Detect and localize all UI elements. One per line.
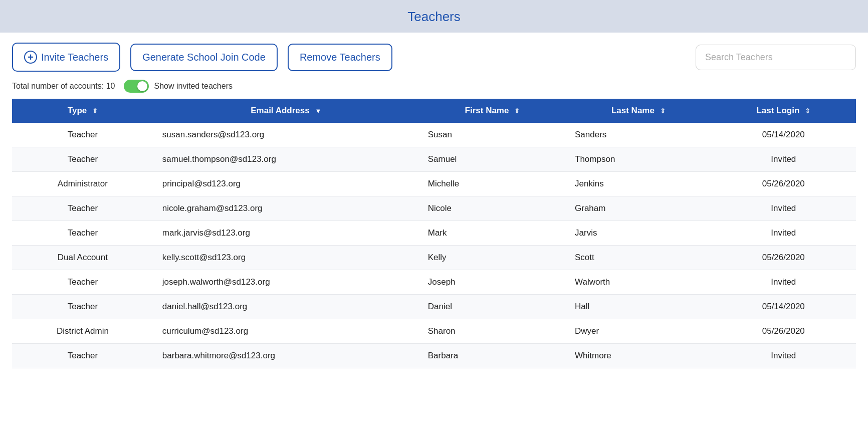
cell-type: Administrator (12, 172, 153, 196)
cell-last_login: 05/14/2020 (711, 123, 856, 147)
cell-last_login: Invited (711, 270, 856, 295)
invite-teachers-button[interactable]: + Invite Teachers (12, 43, 120, 72)
table-row: Teacherjoseph.walworth@sd123.orgJosephWa… (12, 270, 856, 295)
show-invited-toggle[interactable] (124, 80, 149, 93)
cell-type: Teacher (12, 344, 153, 368)
cell-first_name: Michelle (419, 172, 566, 196)
table-row: Teachermark.jarvis@sd123.orgMarkJarvisIn… (12, 221, 856, 246)
cell-email: barbara.whitmore@sd123.org (153, 344, 419, 368)
table-row: District Admincurriculum@sd123.orgSharon… (12, 319, 856, 344)
cell-last_login: Invited (711, 344, 856, 368)
table-row: Teacherdaniel.hall@sd123.orgDanielHall05… (12, 295, 856, 319)
accounts-count: Total number of accounts: 10 (12, 82, 115, 91)
table-container: Type ⇕ Email Address ▼ First Name ⇕ Last… (0, 99, 868, 380)
teachers-table: Type ⇕ Email Address ▼ First Name ⇕ Last… (12, 99, 856, 368)
plus-circle-icon: + (24, 51, 37, 64)
col-type[interactable]: Type ⇕ (12, 99, 153, 123)
col-email-label: Email Address (251, 106, 309, 115)
cell-last_name: Jenkins (566, 172, 711, 196)
sort-icon-last-login: ⇕ (805, 107, 810, 115)
col-last-name-label: Last Name (611, 106, 655, 115)
table-row: Dual Accountkelly.scott@sd123.orgKellySc… (12, 246, 856, 270)
cell-email: curriculum@sd123.org (153, 319, 419, 344)
toggle-track (124, 80, 149, 93)
toolbar: + Invite Teachers Generate School Join C… (0, 33, 868, 78)
cell-email: daniel.hall@sd123.org (153, 295, 419, 319)
cell-last_name: Thompson (566, 147, 711, 172)
cell-first_name: Joseph (419, 270, 566, 295)
page-title: Teachers (407, 9, 461, 24)
table-body: Teachersusan.sanders@sd123.orgSusanSande… (12, 123, 856, 368)
cell-type: District Admin (12, 319, 153, 344)
cell-last_name: Graham (566, 196, 711, 221)
cell-email: susan.sanders@sd123.org (153, 123, 419, 147)
cell-last_name: Jarvis (566, 221, 711, 246)
table-row: Teacherbarbara.whitmore@sd123.orgBarbara… (12, 344, 856, 368)
cell-type: Teacher (12, 295, 153, 319)
sort-icon-last-name: ⇕ (660, 107, 666, 115)
cell-last_login: Invited (711, 221, 856, 246)
cell-first_name: Samuel (419, 147, 566, 172)
cell-type: Teacher (12, 221, 153, 246)
cell-first_name: Barbara (419, 344, 566, 368)
cell-email: joseph.walworth@sd123.org (153, 270, 419, 295)
table-row: Teachersusan.sanders@sd123.orgSusanSande… (12, 123, 856, 147)
toggle-label: Show invited teachers (154, 82, 233, 91)
search-input[interactable] (696, 45, 856, 70)
generate-join-code-button[interactable]: Generate School Join Code (130, 44, 278, 71)
col-last-name[interactable]: Last Name ⇕ (566, 99, 711, 123)
cell-first_name: Susan (419, 123, 566, 147)
cell-email: nicole.graham@sd123.org (153, 196, 419, 221)
col-last-login[interactable]: Last Login ⇕ (711, 99, 856, 123)
cell-first_name: Nicole (419, 196, 566, 221)
col-first-name[interactable]: First Name ⇕ (419, 99, 566, 123)
invite-teachers-label: Invite Teachers (41, 52, 108, 63)
cell-last_login: Invited (711, 147, 856, 172)
col-email[interactable]: Email Address ▼ (153, 99, 419, 123)
col-first-name-label: First Name (465, 106, 509, 115)
cell-last_name: Sanders (566, 123, 711, 147)
page-title-bar: Teachers (0, 0, 868, 33)
cell-last_login: 05/26/2020 (711, 246, 856, 270)
cell-email: mark.jarvis@sd123.org (153, 221, 419, 246)
table-row: Administratorprincipal@sd123.orgMichelle… (12, 172, 856, 196)
cell-type: Teacher (12, 270, 153, 295)
generate-join-code-label: Generate School Join Code (142, 52, 266, 63)
cell-last_login: Invited (711, 196, 856, 221)
col-last-login-label: Last Login (756, 106, 799, 115)
cell-type: Teacher (12, 123, 153, 147)
toggle-thumb (137, 81, 147, 91)
remove-teachers-label: Remove Teachers (300, 52, 380, 63)
sort-icon-email: ▼ (315, 107, 321, 115)
table-row: Teachersamuel.thompson@sd123.orgSamuelTh… (12, 147, 856, 172)
cell-first_name: Kelly (419, 246, 566, 270)
cell-last_login: 05/14/2020 (711, 295, 856, 319)
col-type-label: Type (68, 106, 87, 115)
subbar: Total number of accounts: 10 Show invite… (0, 78, 868, 99)
cell-last_name: Dwyer (566, 319, 711, 344)
cell-last_name: Hall (566, 295, 711, 319)
sort-icon-first-name: ⇕ (514, 107, 520, 115)
cell-first_name: Sharon (419, 319, 566, 344)
cell-last_name: Scott (566, 246, 711, 270)
cell-last_name: Walworth (566, 270, 711, 295)
cell-email: principal@sd123.org (153, 172, 419, 196)
cell-last_name: Whitmore (566, 344, 711, 368)
toggle-wrapper: Show invited teachers (124, 80, 233, 93)
remove-teachers-button[interactable]: Remove Teachers (288, 44, 392, 71)
cell-type: Teacher (12, 196, 153, 221)
cell-email: samuel.thompson@sd123.org (153, 147, 419, 172)
cell-last_login: 05/26/2020 (711, 172, 856, 196)
cell-first_name: Daniel (419, 295, 566, 319)
cell-type: Teacher (12, 147, 153, 172)
sort-icon-type: ⇕ (92, 107, 98, 115)
cell-last_login: 05/26/2020 (711, 319, 856, 344)
table-header: Type ⇕ Email Address ▼ First Name ⇕ Last… (12, 99, 856, 123)
cell-first_name: Mark (419, 221, 566, 246)
cell-email: kelly.scott@sd123.org (153, 246, 419, 270)
cell-type: Dual Account (12, 246, 153, 270)
table-row: Teachernicole.graham@sd123.orgNicoleGrah… (12, 196, 856, 221)
